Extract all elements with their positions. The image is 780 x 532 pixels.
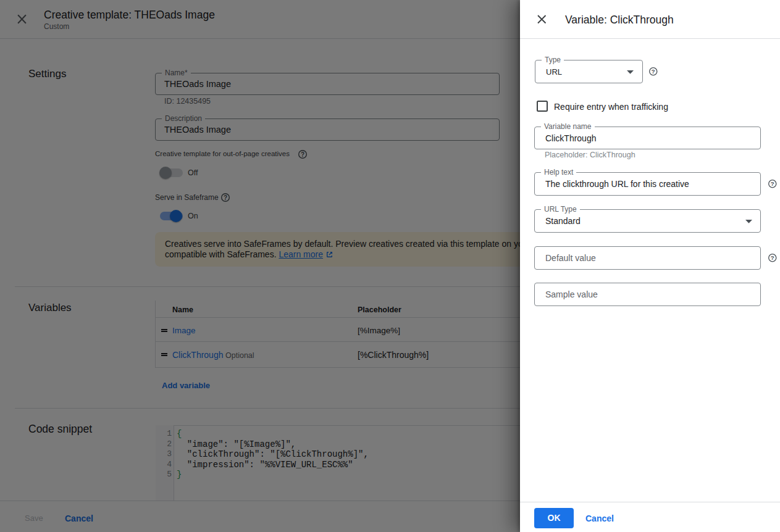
svg-text:?: ? — [771, 254, 774, 261]
svg-text:?: ? — [652, 68, 655, 75]
svg-text:?: ? — [771, 180, 774, 187]
